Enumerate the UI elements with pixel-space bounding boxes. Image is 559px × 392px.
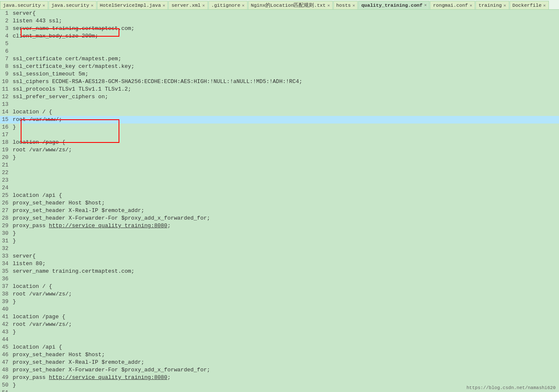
code-line-40: 40 <box>0 306 559 313</box>
line-number-26: 26 <box>0 199 13 207</box>
tab-hosts[interactable]: hosts✕ <box>333 1 358 9</box>
line-number-20: 20 <box>0 154 13 161</box>
line-number-50: 50 <box>0 381 13 389</box>
line-code-34: listen 80; <box>13 260 559 268</box>
line-number-28: 28 <box>0 215 13 222</box>
line-code-13 <box>13 101 559 108</box>
code-line-44: 44 <box>0 336 559 344</box>
line-number-14: 14 <box>0 108 13 116</box>
tab-Nginx-Location-----txt[interactable]: Nginx的Location匹配规则.txt✕ <box>248 1 333 9</box>
line-code-38: root /var/www/zs/; <box>13 290 559 298</box>
line-code-26: proxy_set_header Host $host; <box>13 199 559 207</box>
line-code-4: client_max_body_size 200m; <box>13 32 559 40</box>
line-code-20: } <box>13 154 559 161</box>
line-code-45: location /api { <box>13 344 559 351</box>
code-line-2: 2 listen 443 ssl; <box>0 17 559 25</box>
line-number-39: 39 <box>0 298 13 306</box>
line-number-43: 43 <box>0 328 13 336</box>
line-number-3: 3 <box>0 25 13 32</box>
line-code-17 <box>13 131 559 139</box>
line-number-41: 41 <box>0 313 13 321</box>
line-number-22: 22 <box>0 169 13 177</box>
line-code-16: } <box>13 124 559 131</box>
line-number-18: 18 <box>0 139 13 146</box>
code-line-26: 26 proxy_set_header Host $host; <box>0 199 559 207</box>
code-line-12: 12 ssl_prefer_server_ciphers on; <box>0 93 559 101</box>
line-code-15: root /var/www/; <box>13 116 559 124</box>
code-line-18: 18 location /page { <box>0 139 559 146</box>
tab-quality-training-conf[interactable]: quality_training.conf✕ <box>358 1 429 9</box>
code-line-33: 33server{ <box>0 252 559 260</box>
line-code-8: ssl_certificate_key cert/maptest.key; <box>13 63 559 70</box>
line-number-42: 42 <box>0 321 13 328</box>
tab-HotelServiceImpl-java[interactable]: HotelServiceImpl.java✕ <box>97 1 168 9</box>
code-line-27: 27 proxy_set_header X-Real-IP $remote_ad… <box>0 207 559 215</box>
line-code-49: proxy_pass http://service_quality_traini… <box>13 374 559 381</box>
line-code-5 <box>13 40 559 48</box>
tab--gitignore[interactable]: .gitignore✕ <box>208 1 248 9</box>
line-number-33: 33 <box>0 252 13 260</box>
line-code-43: } <box>13 328 559 336</box>
line-number-25: 25 <box>0 192 13 199</box>
code-line-10: 10 ssl_ciphers ECDHE-RSA-AES128-GCM-SHA2… <box>0 78 559 86</box>
code-line-8: 8 ssl_certificate_key cert/maptest.key; <box>0 63 559 70</box>
line-number-32: 32 <box>0 245 13 252</box>
line-number-19: 19 <box>0 146 13 154</box>
line-number-11: 11 <box>0 86 13 93</box>
code-line-48: 48 proxy_set_header X-Forwarder-For $pro… <box>0 366 559 374</box>
code-line-37: 37 location / { <box>0 283 559 290</box>
line-number-8: 8 <box>0 63 13 70</box>
code-line-13: 13 <box>0 101 559 108</box>
line-number-7: 7 <box>0 55 13 63</box>
line-code-30: } <box>13 230 559 237</box>
line-code-46: proxy_set_header Host $host; <box>13 351 559 359</box>
code-line-35: 35 server_name training.certmaptest.com; <box>0 268 559 275</box>
code-line-5: 5 <box>0 40 559 48</box>
line-number-35: 35 <box>0 268 13 275</box>
line-number-48: 48 <box>0 366 13 374</box>
line-code-37: location / { <box>13 283 559 290</box>
tab-training[interactable]: training✕ <box>475 1 509 9</box>
line-number-31: 31 <box>0 237 13 245</box>
line-code-42: root /var/www/zs/; <box>13 321 559 328</box>
line-code-24 <box>13 184 559 192</box>
line-code-32 <box>13 245 559 252</box>
code-line-32: 32 <box>0 245 559 252</box>
code-line-29: 29 proxy_pass http://service_quality_tra… <box>0 222 559 230</box>
tab-Dockerfile[interactable]: Dockerfile✕ <box>510 1 549 9</box>
code-line-19: 19 root /var/www/zs/; <box>0 146 559 154</box>
line-code-19: root /var/www/zs/; <box>13 146 559 154</box>
code-line-49: 49 proxy_pass http://service_quality_tra… <box>0 374 559 381</box>
line-number-38: 38 <box>0 290 13 298</box>
tab-rongmai-conf[interactable]: rongmai.conf✕ <box>430 1 475 9</box>
line-number-46: 46 <box>0 351 13 359</box>
code-line-17: 17 <box>0 131 559 139</box>
line-number-44: 44 <box>0 336 13 344</box>
code-line-24: 24 <box>0 184 559 192</box>
line-code-9: ssl_session_timeout 5m; <box>13 70 559 78</box>
line-number-49: 49 <box>0 374 13 381</box>
line-code-3: server_name training.certmaptest.com; <box>13 25 559 32</box>
code-line-46: 46 proxy_set_header Host $host; <box>0 351 559 359</box>
tab-java-security[interactable]: java.security✕ <box>0 1 48 9</box>
tab-server-xml[interactable]: server.xml✕ <box>168 1 208 9</box>
code-line-31: 31} <box>0 237 559 245</box>
line-code-33: server{ <box>13 252 559 260</box>
line-code-25: location /api { <box>13 192 559 199</box>
code-line-36: 36 <box>0 275 559 283</box>
code-line-43: 43 } <box>0 328 559 336</box>
line-number-9: 9 <box>0 70 13 78</box>
code-line-30: 30 } <box>0 230 559 237</box>
code-line-42: 42 root /var/www/zs/; <box>0 321 559 328</box>
line-code-28: proxy_set_header X-Forwarder-For $proxy_… <box>13 215 559 222</box>
code-line-4: 4 client_max_body_size 200m; <box>0 32 559 40</box>
line-code-6 <box>13 48 559 55</box>
line-number-36: 36 <box>0 275 13 283</box>
line-code-41: location /page { <box>13 313 559 321</box>
code-line-15: 15 root /var/www/; <box>0 116 559 124</box>
line-code-40 <box>13 306 559 313</box>
line-number-21: 21 <box>0 161 13 169</box>
tab-java-security[interactable]: java.security✕ <box>49 1 97 9</box>
line-code-47: proxy_set_header X-Real-IP $remote_addr; <box>13 359 559 366</box>
line-number-13: 13 <box>0 101 13 108</box>
